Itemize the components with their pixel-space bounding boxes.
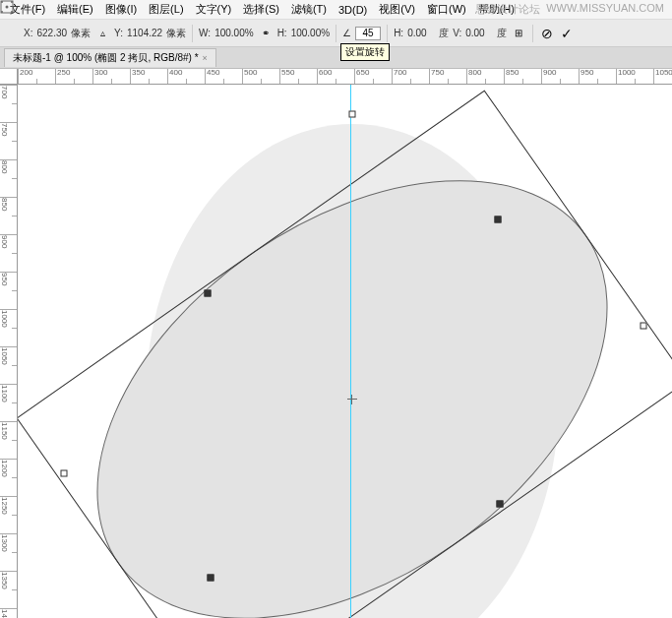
menu-item[interactable]: 图像(I) — [99, 0, 143, 19]
workspace: 2002503003504004505005506006507007508008… — [0, 69, 672, 618]
options-bar: X: 622.30 像素 ▵ Y: 1104.22 像素 W: 100.00% … — [0, 20, 672, 47]
menu-item[interactable]: 滤镜(T) — [285, 0, 333, 19]
w-label: W: — [199, 28, 211, 38]
watermark: 思缘设计论坛 WWW.MISSYUAN.COM — [475, 2, 664, 17]
y-unit: 像素 — [166, 27, 186, 40]
watermark-url: WWW.MISSYUAN.COM — [546, 2, 664, 17]
transform-origin-icon[interactable] — [4, 26, 20, 41]
triangle-icon[interactable]: ▵ — [94, 26, 110, 41]
cancel-icon[interactable]: ⊘ — [539, 26, 555, 41]
vertical-guide[interactable] — [350, 85, 351, 618]
menu-item[interactable]: 图层(L) — [143, 0, 189, 19]
deg2: 度 — [497, 27, 507, 40]
svg-point-1 — [6, 6, 9, 9]
close-icon[interactable]: × — [203, 53, 208, 63]
transform-handle-mid[interactable] — [495, 216, 502, 223]
angle-input[interactable] — [355, 27, 381, 40]
x-label: X: — [24, 28, 32, 38]
ruler-corner — [0, 69, 18, 85]
menu-item[interactable]: 选择(S) — [237, 0, 285, 19]
tab-title: 未标题-1 @ 100% (椭圆 2 拷贝, RGB/8#) * — [13, 51, 199, 65]
deg1: 度 — [439, 27, 449, 40]
menu-item[interactable]: 编辑(E) — [51, 0, 99, 19]
vskew-label: V: — [453, 28, 461, 38]
menu-item[interactable]: 窗口(W) — [421, 0, 472, 19]
w-value[interactable]: 100.00% — [214, 28, 253, 38]
interpolation-icon[interactable]: ⊞ — [511, 26, 526, 41]
transform-handle-corner[interactable] — [349, 111, 356, 118]
link-icon[interactable]: ⚭ — [258, 26, 274, 41]
document-tab[interactable]: 未标题-1 @ 100% (椭圆 2 拷贝, RGB/8#) * × — [4, 48, 216, 67]
vskew-value[interactable]: 0.00 — [465, 28, 493, 38]
hskew-value[interactable]: 0.00 — [407, 28, 435, 38]
transform-handle-mid[interactable] — [205, 290, 212, 297]
ruler-vertical[interactable]: 7007508008509009501000105011001150120012… — [0, 85, 18, 618]
h-label: H: — [277, 28, 287, 38]
h-value[interactable]: 100.00% — [291, 28, 330, 38]
transform-handle-mid[interactable] — [497, 501, 504, 508]
canvas[interactable] — [18, 85, 672, 618]
y-label: Y: — [114, 28, 123, 38]
y-value[interactable]: 1104.22 — [127, 28, 162, 38]
menu-item[interactable]: 视图(V) — [373, 0, 421, 19]
watermark-text: 思缘设计论坛 — [475, 2, 540, 17]
transform-center[interactable] — [347, 395, 357, 404]
ruler-horizontal[interactable]: 2002503003504004505005506006507007508008… — [18, 69, 672, 85]
svg-point-4 — [1, 11, 3, 13]
menu-item[interactable]: 3D(D) — [333, 2, 373, 18]
svg-point-3 — [11, 1, 13, 3]
transform-handle-corner[interactable] — [61, 470, 68, 477]
menu-item[interactable]: 文字(Y) — [190, 0, 238, 19]
transform-handle-mid[interactable] — [208, 575, 214, 582]
x-unit: 像素 — [71, 27, 91, 40]
commit-icon[interactable]: ✓ — [559, 26, 575, 41]
angle-label: ∠ — [342, 28, 351, 38]
artwork — [18, 85, 672, 618]
svg-point-2 — [1, 1, 3, 3]
rotation-tooltip: 设置旋转 — [340, 43, 390, 61]
transform-handle-corner[interactable] — [641, 323, 647, 330]
document-tab-bar: 未标题-1 @ 100% (椭圆 2 拷贝, RGB/8#) * × — [0, 47, 672, 69]
hskew-label: H: — [394, 28, 403, 38]
svg-point-5 — [11, 11, 13, 13]
x-value[interactable]: 622.30 — [36, 28, 67, 38]
